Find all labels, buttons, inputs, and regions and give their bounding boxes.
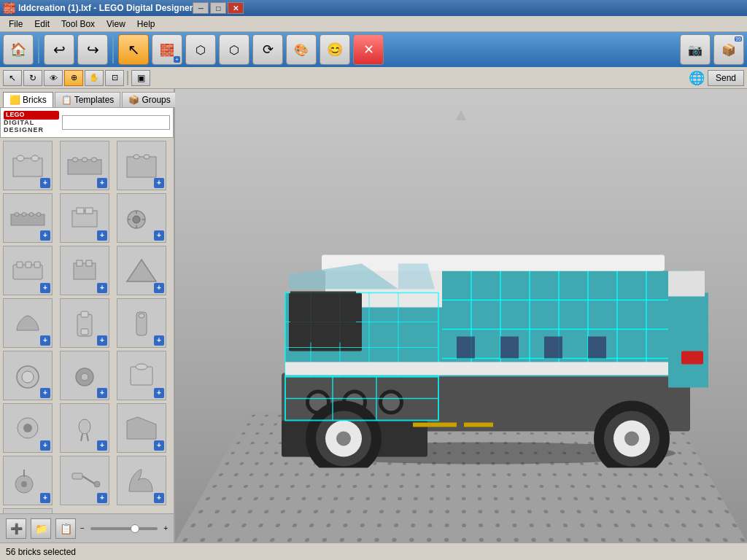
transform-button[interactable]: ⬡ [219, 34, 249, 65]
list-item[interactable]: + [3, 193, 53, 243]
tab-groups[interactable]: 📦 Groups [122, 92, 177, 107]
menu-edit[interactable]: Edit [28, 18, 55, 31]
maximize-button[interactable]: □ [210, 2, 226, 14]
brick-add-icon[interactable]: + [154, 230, 164, 241]
list-item[interactable]: + [117, 403, 166, 453]
list-item[interactable]: + [3, 403, 53, 453]
menu-view[interactable]: View [101, 18, 131, 31]
list-item[interactable]: + [117, 141, 166, 190]
svg-rect-17 [85, 208, 93, 214]
brick-add-icon[interactable]: + [154, 440, 164, 451]
svg-rect-104 [544, 337, 562, 359]
view-fit-button[interactable]: ⊡ [105, 70, 124, 86]
list-item[interactable]: + [60, 456, 109, 505]
list-item[interactable]: + [117, 351, 166, 400]
view-select-button[interactable]: ↖ [3, 70, 22, 86]
menu-file[interactable]: File [3, 18, 28, 31]
list-item[interactable]: + [117, 456, 166, 505]
brick-add-icon[interactable]: + [40, 335, 50, 346]
toolbar-separator-1 [38, 36, 39, 63]
bricks-tab-label: Bricks [23, 95, 47, 105]
svg-point-97 [624, 432, 639, 446]
menu-toolbox[interactable]: Tool Box [55, 18, 101, 31]
minimize-button[interactable]: ─ [193, 2, 209, 14]
view-orbit-button[interactable]: ↻ [23, 70, 42, 86]
svg-rect-15 [72, 211, 97, 227]
nav-up-button[interactable]: ▲ [443, 96, 479, 133]
brick-add-icon[interactable]: + [154, 335, 164, 346]
brick-add-icon[interactable]: + [97, 178, 107, 188]
svg-rect-68 [442, 271, 690, 373]
list-item[interactable]: + [60, 403, 109, 453]
brick-add-icon[interactable]: + [154, 283, 164, 293]
titlebar: 🧱 lddcreation (1).lxf - LEGO Digital Des… [0, 0, 747, 16]
svg-rect-25 [17, 262, 23, 268]
list-item[interactable]: + [117, 298, 166, 348]
list-button[interactable]: 📋 [55, 518, 76, 539]
brick-search-input[interactable] [62, 115, 170, 130]
rotate-button[interactable]: ⟳ [252, 34, 283, 65]
add-brick-button[interactable]: 🧱+ [152, 34, 182, 65]
list-item[interactable]: + [117, 246, 166, 295]
brick-add-icon[interactable]: + [154, 178, 164, 188]
brick-add-icon[interactable]: + [40, 388, 50, 398]
zoom-control: − + [80, 524, 168, 532]
left-panel: 🟨 Bricks 📋 Templates 📦 Groups ◀ LEGO DIG… [0, 89, 175, 542]
brick-add-icon[interactable]: + [97, 335, 107, 346]
undo-button[interactable]: ↩ [44, 34, 74, 65]
send-button[interactable]: Send [708, 70, 744, 86]
list-item[interactable]: + [3, 141, 53, 190]
list-item[interactable]: + [3, 246, 53, 295]
view-zoom-button[interactable]: ⊕ [64, 70, 83, 86]
svg-rect-98 [668, 293, 708, 388]
list-item[interactable]: + [60, 193, 109, 243]
brick-add-icon[interactable]: + [97, 230, 107, 241]
brick-add-icon[interactable]: + [154, 493, 164, 503]
svg-point-53 [94, 481, 100, 487]
brick-add-icon[interactable]: + [40, 440, 50, 451]
add-preset-button[interactable]: ➕ [6, 518, 26, 539]
delete-button[interactable]: ✕ [353, 34, 384, 65]
list-item[interactable]: + [117, 193, 166, 243]
list-item[interactable]: + [60, 351, 109, 400]
brick-add-icon[interactable]: + [40, 230, 50, 241]
brick-add-icon[interactable]: + [40, 493, 50, 503]
list-item[interactable]: + [3, 508, 53, 513]
svg-point-12 [22, 212, 26, 216]
viewport[interactable]: ▲ ◀ [175, 89, 747, 542]
menu-help[interactable]: Help [131, 18, 161, 31]
brick-add-icon[interactable]: + [97, 283, 107, 293]
home-button[interactable]: 🏠 [3, 34, 34, 65]
view3d-button[interactable]: 📦99 [713, 34, 744, 65]
view-layout-button[interactable]: ▣ [131, 70, 150, 86]
zoom-slider[interactable] [90, 527, 158, 530]
list-item[interactable]: + [60, 298, 109, 348]
view-pan-button[interactable]: ✋ [85, 70, 104, 86]
brick-add-icon[interactable]: + [40, 283, 50, 293]
cursor-button[interactable]: ↖ [118, 34, 149, 65]
list-item[interactable]: + [3, 456, 53, 505]
tab-templates[interactable]: 📋 Templates [55, 92, 121, 107]
brick-add-icon[interactable]: + [154, 388, 164, 398]
list-item[interactable]: + [60, 141, 109, 190]
svg-rect-102 [457, 337, 475, 359]
list-item[interactable]: + [3, 351, 53, 400]
svg-rect-30 [86, 260, 92, 266]
brick-add-icon[interactable]: + [97, 493, 107, 503]
brick-add-icon[interactable]: + [97, 440, 107, 451]
brick-add-icon[interactable]: + [97, 388, 107, 398]
zoom-minus-icon: − [80, 524, 85, 532]
redo-button[interactable]: ↪ [77, 34, 108, 65]
list-item[interactable]: + [60, 246, 109, 295]
folder-button[interactable]: 📁 [31, 518, 51, 539]
tab-bricks[interactable]: 🟨 Bricks [3, 92, 53, 107]
camera-button[interactable]: 📷 [680, 34, 711, 65]
svg-point-42 [136, 364, 147, 370]
brick-add-icon[interactable]: + [40, 178, 50, 188]
paint-button[interactable]: 🎨 [286, 34, 317, 65]
close-button[interactable]: ✕ [228, 2, 244, 14]
view-look-button[interactable]: 👁 [44, 70, 63, 86]
select-button[interactable]: ⬡ [185, 34, 216, 65]
face-button[interactable]: 😊 [320, 34, 350, 65]
list-item[interactable]: + [3, 298, 53, 348]
